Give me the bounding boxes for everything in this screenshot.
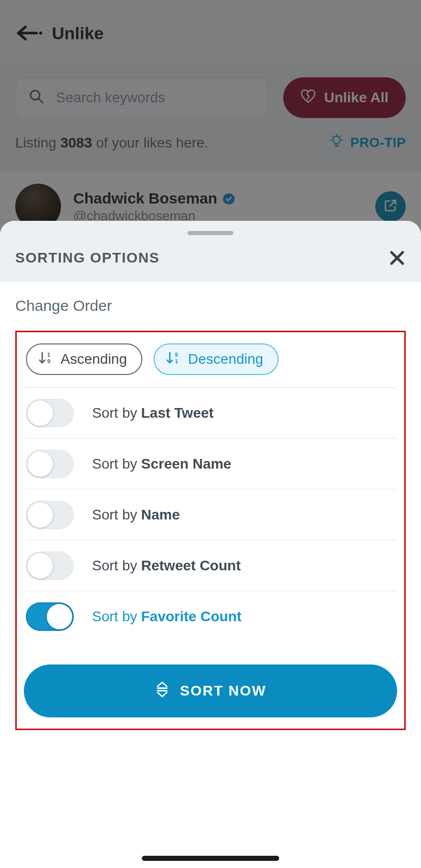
close-button[interactable] [388, 249, 406, 267]
descending-label: Descending [188, 351, 263, 367]
svg-text:9: 9 [175, 352, 178, 358]
tutorial-highlight: 19 Ascending 91 Descending Sort by Last … [15, 331, 406, 730]
sort-option-label: Sort by Name [92, 507, 180, 523]
change-order-label: Change Order [15, 297, 406, 314]
sort-option-last-tweet[interactable]: Sort by Last Tweet [24, 388, 397, 439]
ascending-pill[interactable]: 19 Ascending [26, 343, 142, 375]
toggle-name[interactable] [26, 501, 74, 529]
sort-option-label: Sort by Screen Name [92, 456, 231, 472]
sort-icon [155, 681, 170, 702]
order-pills: 19 Ascending 91 Descending [24, 343, 397, 375]
sheet-body: Change Order 19 Ascending 91 Descending [0, 282, 421, 868]
svg-text:1: 1 [175, 358, 178, 364]
toggle-screen-name[interactable] [26, 450, 74, 478]
sheet-title: SORTING OPTIONS [15, 250, 160, 266]
sheet-header: SORTING OPTIONS [0, 221, 421, 282]
toggle-last-tweet[interactable] [26, 399, 74, 427]
sort-option-retweet-count[interactable]: Sort by Retweet Count [24, 540, 397, 591]
svg-text:1: 1 [47, 352, 50, 358]
sort-desc-icon: 91 [166, 351, 181, 368]
sort-option-label: Sort by Retweet Count [92, 558, 240, 574]
toggle-retweet-count[interactable] [26, 552, 74, 580]
sheet-grab-handle[interactable] [188, 231, 233, 235]
sort-asc-icon: 19 [38, 351, 53, 368]
sort-option-label: Sort by Favorite Count [92, 609, 242, 625]
descending-pill[interactable]: 91 Descending [154, 343, 279, 375]
sort-option-name[interactable]: Sort by Name [24, 489, 397, 540]
sort-options-list: Sort by Last Tweet Sort by Screen Name S… [24, 387, 397, 642]
sort-now-label: SORT NOW [180, 683, 266, 699]
sort-option-favorite-count[interactable]: Sort by Favorite Count [24, 591, 397, 642]
home-indicator[interactable] [142, 856, 279, 861]
toggle-favorite-count[interactable] [26, 602, 74, 631]
ascending-label: Ascending [61, 351, 127, 367]
close-icon [388, 249, 406, 267]
sort-option-screen-name[interactable]: Sort by Screen Name [24, 439, 397, 489]
sort-option-label: Sort by Last Tweet [92, 405, 214, 421]
svg-text:9: 9 [47, 358, 50, 364]
sorting-sheet: SORTING OPTIONS Change Order 19 Ascendin… [0, 221, 421, 868]
sort-now-button[interactable]: SORT NOW [24, 664, 397, 717]
